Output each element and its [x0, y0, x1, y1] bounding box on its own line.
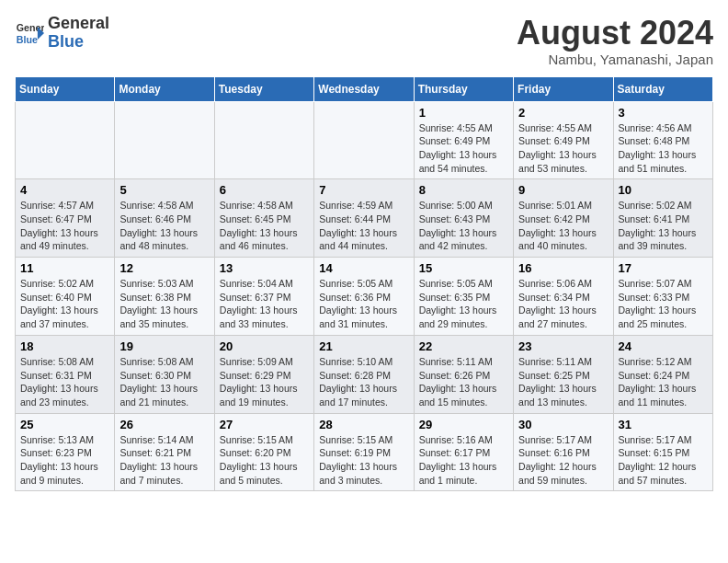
day-info: Sunrise: 5:15 AM Sunset: 6:19 PM Dayligh…: [319, 433, 408, 488]
day-info: Sunrise: 5:08 AM Sunset: 6:30 PM Dayligh…: [119, 355, 209, 409]
calendar-week-row: 18Sunrise: 5:08 AM Sunset: 6:31 PM Dayli…: [16, 335, 713, 413]
day-number: 9: [518, 183, 608, 197]
day-number: 20: [220, 339, 309, 353]
day-number: 23: [518, 339, 608, 353]
weekday-header: Tuesday: [214, 76, 313, 101]
calendar-cell: 5Sunrise: 4:58 AM Sunset: 6:46 PM Daylig…: [115, 179, 214, 258]
calendar-cell: [214, 101, 313, 179]
calendar-cell: 13Sunrise: 5:04 AM Sunset: 6:37 PM Dayli…: [214, 258, 313, 336]
calendar-cell: 31Sunrise: 5:17 AM Sunset: 6:15 PM Dayli…: [613, 413, 712, 491]
weekday-header: Sunday: [16, 76, 115, 101]
calendar-cell: 23Sunrise: 5:11 AM Sunset: 6:25 PM Dayli…: [514, 335, 613, 413]
day-number: 17: [619, 261, 708, 275]
calendar-cell: 11Sunrise: 5:02 AM Sunset: 6:40 PM Dayli…: [16, 258, 115, 336]
subtitle: Nambu, Yamanashi, Japan: [517, 52, 713, 67]
calendar-cell: [115, 101, 214, 179]
calendar-cell: 27Sunrise: 5:15 AM Sunset: 6:20 PM Dayli…: [214, 413, 313, 491]
calendar-cell: 16Sunrise: 5:06 AM Sunset: 6:34 PM Dayli…: [514, 258, 613, 336]
calendar-cell: 20Sunrise: 5:09 AM Sunset: 6:29 PM Dayli…: [214, 335, 313, 413]
day-info: Sunrise: 4:56 AM Sunset: 6:48 PM Dayligh…: [619, 121, 708, 176]
day-number: 21: [319, 339, 408, 353]
day-number: 2: [518, 106, 608, 120]
day-number: 7: [319, 183, 408, 197]
calendar-cell: 26Sunrise: 5:14 AM Sunset: 6:21 PM Dayli…: [115, 413, 214, 491]
weekday-header: Thursday: [414, 76, 513, 101]
calendar-header-row: SundayMondayTuesdayWednesdayThursdayFrid…: [16, 76, 713, 101]
day-number: 3: [619, 106, 708, 120]
day-info: Sunrise: 4:58 AM Sunset: 6:45 PM Dayligh…: [220, 199, 309, 253]
calendar-cell: 8Sunrise: 5:00 AM Sunset: 6:43 PM Daylig…: [414, 179, 513, 258]
day-number: 5: [119, 183, 209, 197]
day-info: Sunrise: 5:06 AM Sunset: 6:34 PM Dayligh…: [518, 277, 608, 331]
day-info: Sunrise: 5:02 AM Sunset: 6:41 PM Dayligh…: [619, 199, 708, 253]
calendar-cell: 15Sunrise: 5:05 AM Sunset: 6:35 PM Dayli…: [414, 258, 513, 336]
day-number: 13: [220, 261, 309, 275]
day-number: 27: [220, 418, 309, 431]
day-info: Sunrise: 5:08 AM Sunset: 6:31 PM Dayligh…: [20, 355, 109, 409]
day-info: Sunrise: 5:17 AM Sunset: 6:15 PM Dayligh…: [619, 433, 708, 488]
day-info: Sunrise: 5:01 AM Sunset: 6:42 PM Dayligh…: [518, 199, 608, 253]
day-info: Sunrise: 5:17 AM Sunset: 6:16 PM Dayligh…: [518, 433, 608, 488]
calendar-cell: 21Sunrise: 5:10 AM Sunset: 6:28 PM Dayli…: [314, 335, 414, 413]
day-number: 19: [119, 339, 209, 353]
day-info: Sunrise: 5:05 AM Sunset: 6:35 PM Dayligh…: [419, 277, 508, 331]
day-info: Sunrise: 5:07 AM Sunset: 6:33 PM Dayligh…: [619, 277, 708, 331]
calendar-cell: 24Sunrise: 5:12 AM Sunset: 6:24 PM Dayli…: [613, 335, 712, 413]
day-info: Sunrise: 4:59 AM Sunset: 6:44 PM Dayligh…: [319, 199, 408, 253]
day-info: Sunrise: 5:09 AM Sunset: 6:29 PM Dayligh…: [220, 355, 309, 409]
calendar-cell: [314, 101, 414, 179]
calendar-cell: 18Sunrise: 5:08 AM Sunset: 6:31 PM Dayli…: [16, 335, 115, 413]
weekday-header: Friday: [514, 76, 613, 101]
day-number: 14: [319, 261, 408, 275]
logo-general-text: General: [48, 14, 109, 32]
day-info: Sunrise: 4:55 AM Sunset: 6:49 PM Dayligh…: [518, 121, 608, 176]
day-number: 22: [419, 339, 508, 353]
day-info: Sunrise: 5:11 AM Sunset: 6:25 PM Dayligh…: [518, 355, 608, 409]
day-info: Sunrise: 5:10 AM Sunset: 6:28 PM Dayligh…: [319, 355, 408, 409]
calendar-cell: 3Sunrise: 4:56 AM Sunset: 6:48 PM Daylig…: [613, 101, 712, 179]
day-info: Sunrise: 5:00 AM Sunset: 6:43 PM Dayligh…: [419, 199, 508, 253]
day-info: Sunrise: 4:57 AM Sunset: 6:47 PM Dayligh…: [20, 199, 109, 253]
calendar-cell: 28Sunrise: 5:15 AM Sunset: 6:19 PM Dayli…: [314, 413, 414, 491]
weekday-header: Saturday: [613, 76, 712, 101]
day-number: 30: [518, 418, 608, 431]
day-number: 29: [419, 418, 508, 431]
calendar-cell: 19Sunrise: 5:08 AM Sunset: 6:30 PM Dayli…: [115, 335, 214, 413]
calendar-cell: 25Sunrise: 5:13 AM Sunset: 6:23 PM Dayli…: [16, 413, 115, 491]
day-info: Sunrise: 4:58 AM Sunset: 6:46 PM Dayligh…: [119, 199, 209, 253]
calendar-week-row: 11Sunrise: 5:02 AM Sunset: 6:40 PM Dayli…: [16, 258, 713, 336]
day-number: 24: [619, 339, 708, 353]
day-number: 31: [619, 418, 708, 431]
calendar-cell: [16, 101, 115, 179]
day-info: Sunrise: 5:16 AM Sunset: 6:17 PM Dayligh…: [419, 433, 508, 488]
day-info: Sunrise: 5:12 AM Sunset: 6:24 PM Dayligh…: [619, 355, 708, 409]
calendar-cell: 4Sunrise: 4:57 AM Sunset: 6:47 PM Daylig…: [16, 179, 115, 258]
day-number: 10: [619, 183, 708, 197]
calendar-cell: 10Sunrise: 5:02 AM Sunset: 6:41 PM Dayli…: [613, 179, 712, 258]
day-info: Sunrise: 5:14 AM Sunset: 6:21 PM Dayligh…: [119, 433, 209, 488]
main-title: August 2024: [517, 15, 713, 52]
logo-icon: General Blue: [15, 18, 44, 48]
page-header: General Blue General Blue August 2024 Na…: [15, 15, 713, 67]
weekday-header: Monday: [115, 76, 214, 101]
day-number: 15: [419, 261, 508, 275]
day-number: 6: [220, 183, 309, 197]
calendar-cell: 22Sunrise: 5:11 AM Sunset: 6:26 PM Dayli…: [414, 335, 513, 413]
day-number: 12: [119, 261, 209, 275]
day-number: 25: [20, 418, 109, 431]
calendar-cell: 12Sunrise: 5:03 AM Sunset: 6:38 PM Dayli…: [115, 258, 214, 336]
day-info: Sunrise: 5:02 AM Sunset: 6:40 PM Dayligh…: [20, 277, 109, 331]
calendar-week-row: 4Sunrise: 4:57 AM Sunset: 6:47 PM Daylig…: [16, 179, 713, 258]
logo-blue-text: Blue: [48, 32, 84, 51]
day-number: 26: [119, 418, 209, 431]
day-number: 11: [20, 261, 109, 275]
calendar-cell: 6Sunrise: 4:58 AM Sunset: 6:45 PM Daylig…: [214, 179, 313, 258]
calendar-cell: 2Sunrise: 4:55 AM Sunset: 6:49 PM Daylig…: [514, 101, 613, 179]
calendar-cell: 17Sunrise: 5:07 AM Sunset: 6:33 PM Dayli…: [613, 258, 712, 336]
day-number: 4: [20, 183, 109, 197]
day-info: Sunrise: 5:05 AM Sunset: 6:36 PM Dayligh…: [319, 277, 408, 331]
calendar-cell: 30Sunrise: 5:17 AM Sunset: 6:16 PM Dayli…: [514, 413, 613, 491]
calendar-cell: 1Sunrise: 4:55 AM Sunset: 6:49 PM Daylig…: [414, 101, 513, 179]
day-number: 1: [419, 106, 508, 120]
calendar-cell: 9Sunrise: 5:01 AM Sunset: 6:42 PM Daylig…: [514, 179, 613, 258]
